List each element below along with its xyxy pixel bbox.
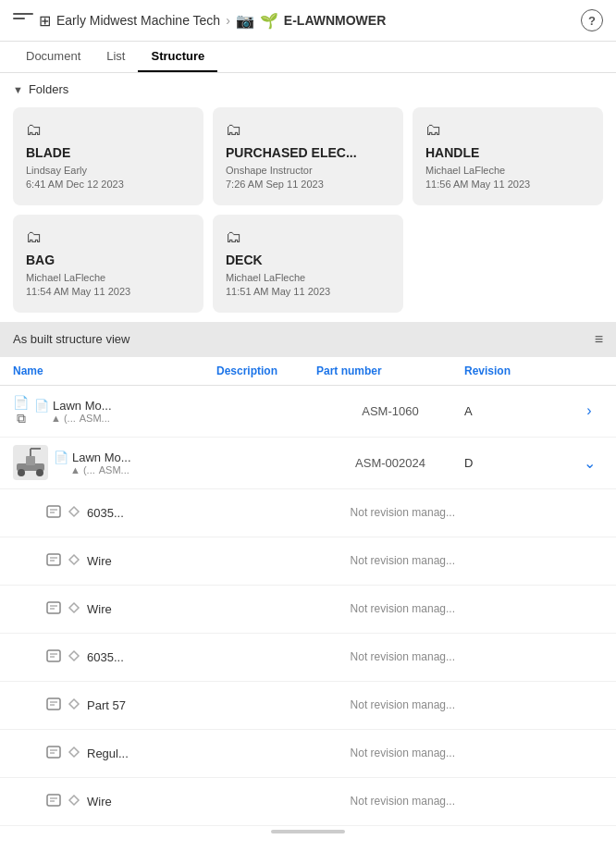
folder-author: Michael LaFleche 11:56 AM May 11 2023 — [425, 164, 590, 192]
table-row[interactable]: 📄 ⧉ 📄 Lawn Mo... ▲ (... ASM... ASM-1060 … — [0, 386, 616, 438]
lawnmower-thumbnail — [13, 445, 48, 480]
table-row[interactable]: Regul... Not revision manag... — [0, 730, 616, 778]
item-name: 6035... — [87, 650, 124, 664]
assembly-marker: ▲ (... — [51, 413, 76, 424]
product-icon: 📷 — [236, 12, 254, 30]
folder-name: BLADE — [26, 145, 191, 160]
workspace-link[interactable]: Early Midwest Machine Tech — [56, 13, 220, 28]
folder-card-blade[interactable]: 🗂 BLADE Lindsay Early 6:41 AM Dec 12 202… — [13, 107, 203, 205]
col-action — [575, 364, 603, 377]
part-sub-icon — [67, 745, 81, 761]
part-sub-icon — [67, 648, 81, 665]
assembly-doc-icon: 📄 — [34, 399, 49, 413]
svg-rect-3 — [26, 456, 35, 465]
folder-icon: 🗂 — [26, 120, 191, 140]
folders-title: Folders — [29, 82, 68, 96]
folders-header[interactable]: ▼ Folders — [13, 82, 603, 96]
part-icon — [46, 600, 61, 617]
scrollbar-thumb[interactable] — [271, 830, 345, 833]
table-row[interactable]: 6035... Not revision manag... — [0, 489, 616, 537]
cell-name: Regul... — [13, 745, 216, 761]
svg-rect-6 — [47, 506, 60, 517]
cell-name: 6035... — [13, 504, 216, 521]
folder-card-handle[interactable]: 🗂 HANDLE Michael LaFleche 11:56 AM May 1… — [413, 107, 603, 205]
cell-part-number: ASM-002024 — [316, 456, 464, 470]
cell-not-managed: Not revision manag... — [316, 795, 464, 808]
cell-action[interactable]: › — [575, 402, 603, 419]
structure-view-title: As built structure view — [13, 332, 129, 346]
table-row[interactable]: 6035... Not revision manag... — [0, 634, 616, 682]
folder-icon: 🗂 — [226, 228, 390, 247]
help-button[interactable]: ? — [581, 9, 603, 31]
col-part-number: Part number — [316, 364, 464, 377]
folder-name: DECK — [226, 253, 390, 267]
folder-icon: 🗂 — [26, 228, 191, 247]
cell-name: Wire — [13, 600, 216, 617]
part-sub-icon — [67, 793, 81, 809]
folder-author: Michael LaFleche 11:54 AM May 11 2023 — [26, 271, 191, 300]
product-leaf-icon: 🌱 — [260, 12, 278, 30]
list-options-icon[interactable]: ≡ — [595, 331, 603, 348]
cell-name: 6035... — [13, 648, 216, 665]
folder-card-bag[interactable]: 🗂 BAG Michael LaFleche 11:54 AM May 11 2… — [13, 215, 203, 313]
folders-section: ▼ Folders 🗂 BLADE Lindsay Early 6:41 AM … — [0, 73, 616, 322]
folder-icon: 🗂 — [226, 120, 390, 140]
cell-name: Wire — [13, 793, 216, 809]
tab-document[interactable]: Document — [13, 42, 93, 72]
folder-card-purchased-elec[interactable]: 🗂 PURCHASED ELEC... Onshape Instructor 7… — [213, 107, 403, 205]
folder-name: HANDLE — [425, 145, 590, 160]
collapse-down-icon[interactable]: ⌄ — [584, 454, 596, 472]
item-name: Wire — [87, 602, 112, 616]
app-header: ⊞ Early Midwest Machine Tech › 📷 🌱 E-LAW… — [0, 0, 616, 42]
tab-list[interactable]: List — [93, 42, 138, 72]
folder-grid-row2: 🗂 BAG Michael LaFleche 11:54 AM May 11 2… — [13, 215, 603, 313]
table-row[interactable]: Part 57 Not revision manag... — [0, 682, 616, 730]
part-icon — [46, 745, 61, 761]
table-header: Name Description Part number Revision — [0, 357, 616, 386]
cell-revision: D — [464, 456, 575, 470]
cell-name: Part 57 — [13, 697, 216, 713]
part-sub-icon — [67, 697, 81, 713]
workspace-icon: ⊞ — [39, 12, 51, 30]
cell-not-managed: Not revision manag... — [316, 554, 464, 567]
item-name: Regul... — [87, 747, 129, 760]
folders-chevron-icon: ▼ — [13, 84, 23, 95]
folder-card-deck[interactable]: 🗂 DECK Michael LaFleche 11:51 AM May 11 … — [213, 215, 403, 313]
part-icon — [46, 793, 61, 809]
cell-not-managed: Not revision manag... — [316, 747, 464, 759]
part-sub-icon — [67, 504, 81, 521]
item-name: Part 57 — [87, 698, 126, 712]
folder-name: PURCHASED ELEC... — [226, 145, 390, 160]
sidebar-toggle-button[interactable] — [13, 13, 33, 28]
cell-name: 📄 ⧉ 📄 Lawn Mo... ▲ (... ASM... — [13, 395, 216, 426]
product-name: E-LAWNMOWER — [284, 13, 386, 28]
folder-grid-row1: 🗂 BLADE Lindsay Early 6:41 AM Dec 12 202… — [13, 107, 603, 205]
breadcrumb-separator: › — [226, 13, 230, 28]
table-row[interactable]: Wire Not revision manag... — [0, 586, 616, 634]
structure-table: Name Description Part number Revision 📄 … — [0, 357, 616, 826]
table-row[interactable]: Wire Not revision manag... — [0, 778, 616, 826]
folder-icon: 🗂 — [425, 120, 590, 140]
item-name: Lawn Mo... — [53, 399, 112, 413]
cell-name: Wire — [13, 552, 216, 569]
cell-action[interactable]: ⌄ — [575, 454, 603, 472]
cell-revision: A — [464, 404, 575, 418]
tab-structure[interactable]: Structure — [138, 42, 217, 72]
row-icons: 📄 ⧉ — [13, 395, 29, 426]
expand-right-icon[interactable]: › — [586, 402, 591, 419]
scroll-indicator — [0, 826, 616, 837]
svg-rect-15 — [47, 650, 60, 661]
folder-name: BAG — [26, 253, 191, 267]
assembly-marker: ▲ (... — [70, 464, 95, 475]
tab-bar: Document List Structure — [0, 42, 616, 73]
part-icon — [46, 648, 61, 665]
table-row[interactable]: Wire Not revision manag... — [0, 537, 616, 586]
part-sub-icon — [67, 552, 81, 569]
item-name: Wire — [87, 795, 112, 808]
part-icon — [46, 697, 61, 713]
cell-not-managed: Not revision manag... — [316, 602, 464, 615]
svg-rect-9 — [47, 554, 60, 565]
cell-not-managed: Not revision manag... — [316, 650, 464, 663]
table-row[interactable]: 📄 Lawn Mo... ▲ (... ASM... ASM-002024 D … — [0, 438, 616, 489]
part-sub-icon — [67, 600, 81, 617]
